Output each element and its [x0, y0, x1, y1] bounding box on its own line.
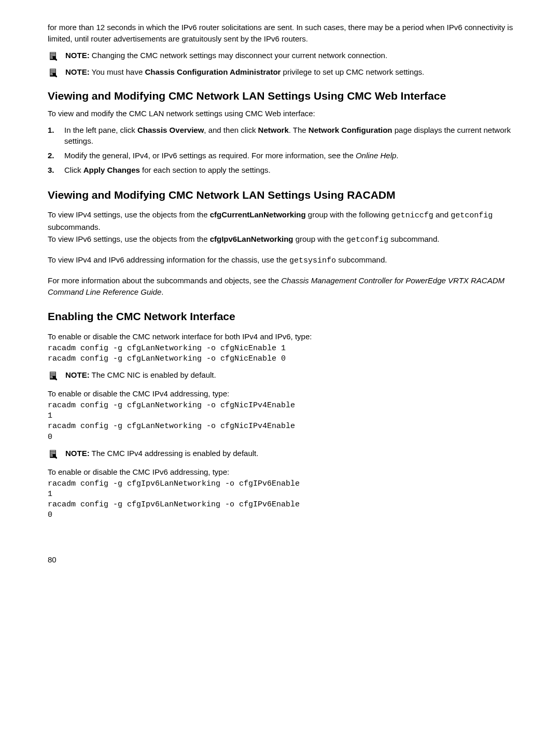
ui-term: Network — [258, 126, 289, 134]
note-text: NOTE: You must have Chassis Configuratio… — [65, 66, 514, 78]
step-text: , and then click — [204, 126, 258, 134]
section-2-p4: For more information about the subcomman… — [48, 275, 514, 298]
section-3-p3: To enable or disable the CMC IPv6 addres… — [48, 466, 514, 478]
ui-term: Network Configuration — [309, 126, 393, 134]
note-block-1: NOTE: Changing the CMC network settings … — [48, 50, 514, 61]
note-text: NOTE: The CMC NIC is enabled by default. — [65, 369, 514, 381]
heading-section-2: Viewing and Modifying CMC Network LAN Se… — [48, 187, 514, 203]
note-label: NOTE: — [65, 449, 90, 458]
note-content: Changing the CMC network settings may di… — [90, 51, 387, 60]
ui-term: Apply Changes — [83, 166, 140, 174]
text: group with the — [293, 235, 347, 243]
step-body: In the left pane, click Chassis Overview… — [64, 125, 514, 147]
step-body: Click Apply Changes for each section to … — [64, 164, 514, 176]
step-text: for each section to apply the settings. — [140, 166, 271, 174]
text: group with the following — [306, 210, 391, 219]
text: subcommand. — [336, 255, 387, 264]
command: getsysinfo — [289, 256, 336, 265]
config-group: cfgIpv6LanNetworking — [210, 235, 293, 243]
document-page: for more than 12 seconds in which the IP… — [0, 0, 560, 586]
text: . — [161, 287, 163, 296]
note-icon — [48, 51, 58, 61]
note-label: NOTE: — [65, 67, 90, 76]
text: subcommands. — [48, 223, 101, 231]
code-block-1: racadm config -g cfgLanNetworking -o cfg… — [48, 343, 514, 365]
code-block-3: racadm config -g cfgIpv6LanNetworking -o… — [48, 479, 514, 521]
section-2-p3: To view IPv4 and IPv6 addressing informa… — [48, 254, 514, 267]
note-icon — [48, 449, 58, 459]
section-2-p2: To view IPv6 settings, use the objects f… — [48, 233, 514, 246]
step-text: Modify the general, IPv4, or IPv6 settin… — [64, 151, 356, 160]
note-post: privilege to set up CMC network settings… — [281, 67, 424, 76]
note-label: NOTE: — [65, 51, 90, 60]
list-item: 2. Modify the general, IPv4, or IPv6 set… — [48, 150, 514, 161]
text: To view IPv6 settings, use the objects f… — [48, 235, 210, 243]
text: For more information about the subcomman… — [48, 276, 281, 285]
doc-reference: Online Help — [356, 151, 396, 160]
note-pre: You must have — [90, 67, 145, 76]
text: To view IPv4 and IPv6 addressing informa… — [48, 255, 289, 264]
note-text: NOTE: The CMC IPv4 addressing is enabled… — [65, 448, 514, 459]
note-icon — [48, 370, 58, 381]
text: subcommand. — [388, 235, 439, 243]
step-number: 2. — [48, 150, 57, 161]
note-content: The CMC NIC is enabled by default. — [90, 370, 216, 379]
text: and — [433, 210, 451, 219]
section-3-p2: To enable or disable the CMC IPv4 addres… — [48, 388, 514, 399]
code-block-2: racadm config -g cfgLanNetworking -o cfg… — [48, 401, 514, 443]
note-label: NOTE: — [65, 370, 90, 379]
text: To view IPv4 settings, use the objects f… — [48, 210, 210, 219]
note-content: The CMC IPv4 addressing is enabled by de… — [90, 449, 259, 458]
command: getconfig — [451, 211, 493, 220]
step-text: . — [396, 151, 398, 160]
note-block-2: NOTE: You must have Chassis Configuratio… — [48, 66, 514, 78]
note-icon — [48, 67, 58, 78]
note-block-4: NOTE: The CMC IPv4 addressing is enabled… — [48, 448, 514, 459]
ui-term: Chassis Overview — [137, 126, 204, 134]
step-text: In the left pane, click — [64, 126, 137, 134]
note-bold: Chassis Configuration Administrator — [145, 67, 281, 76]
list-item: 3. Click Apply Changes for each section … — [48, 164, 514, 176]
config-group: cfgCurrentLanNetworking — [210, 210, 306, 219]
step-number: 1. — [48, 125, 57, 136]
command: getniccfg — [391, 211, 433, 220]
step-number: 3. — [48, 164, 57, 176]
heading-section-3: Enabling the CMC Network Interface — [48, 309, 514, 324]
step-body: Modify the general, IPv4, or IPv6 settin… — [64, 150, 514, 161]
step-text: . The — [289, 126, 309, 134]
command: getconfig — [346, 236, 388, 244]
heading-section-1: Viewing and Modifying CMC Network LAN Se… — [48, 89, 514, 103]
section-3-p1: To enable or disable the CMC network int… — [48, 331, 514, 342]
section-2-p1: To view IPv4 settings, use the objects f… — [48, 209, 514, 233]
page-number: 80 — [48, 554, 514, 566]
step-text: Click — [64, 166, 83, 174]
note-text: NOTE: Changing the CMC network settings … — [65, 50, 514, 61]
section-1-intro: To view and modify the CMC LAN network s… — [48, 108, 514, 119]
steps-list: 1. In the left pane, click Chassis Overv… — [48, 125, 514, 176]
intro-paragraph: for more than 12 seconds in which the IP… — [48, 22, 514, 45]
note-block-3: NOTE: The CMC NIC is enabled by default. — [48, 369, 514, 381]
list-item: 1. In the left pane, click Chassis Overv… — [48, 125, 514, 147]
